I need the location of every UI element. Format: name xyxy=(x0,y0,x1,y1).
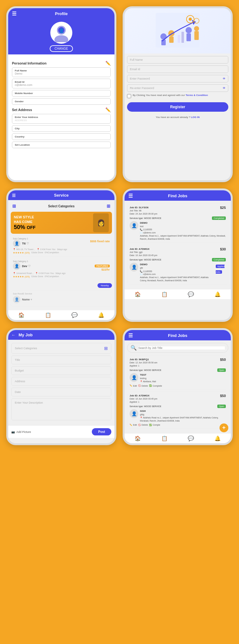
terms-row: By Clicking You have read and agreed wit… xyxy=(127,94,228,98)
nearby-button[interactable]: Nearby xyxy=(97,283,112,288)
search-input[interactable] xyxy=(138,346,225,350)
back-icon[interactable]: ← xyxy=(11,333,15,337)
full-name-field[interactable]: Full Name Demo xyxy=(12,67,111,77)
find-job-id-2: Job ID: A7DMGX xyxy=(130,394,157,397)
address-field-myjob[interactable]: Address xyxy=(11,377,111,386)
find-job-id-1: Job ID: 9KBPQ1 xyxy=(130,358,157,361)
title-field[interactable]: Title xyxy=(11,356,111,364)
find-worker-avatar-2: 👤 xyxy=(130,409,138,418)
change-photo-button[interactable]: CHANGE xyxy=(50,45,73,52)
select-categories-field[interactable]: Select Categories ⊞ xyxy=(11,343,111,354)
add-picture-button[interactable]: 📷 Add Picture xyxy=(11,430,31,434)
edit-btn-1[interactable]: ✏️ Edit xyxy=(130,384,137,387)
find-jobs-1-menu-icon[interactable]: ☰ xyxy=(128,193,133,199)
find-worker-loc-2: 📍 Adalhatu Road no.1 , satyam Apartment … xyxy=(140,416,226,423)
worker-info-2: 👤 DEMO gfe 📞 11185555 ✉️ c@demo.com Adal… xyxy=(130,263,226,282)
mobile-label: Mobile Number xyxy=(15,92,108,95)
login-link[interactable]: LOG IN xyxy=(191,116,200,119)
delete-btn-1[interactable]: 🚫 Delete xyxy=(138,384,148,387)
worker-sub-1: test xyxy=(140,225,226,228)
add-picture-label: Add Picture xyxy=(16,430,31,434)
have-account-text: You have an account already ? xyxy=(156,116,190,119)
mobile-field[interactable]: Mobile Number xyxy=(12,90,111,97)
post-button[interactable]: Post xyxy=(92,428,111,435)
register-form: Full Name Email Id Enter Password 👁 Re-e… xyxy=(125,53,231,121)
delete-btn-2[interactable]: 🚫 Delete xyxy=(138,424,148,426)
subcategory-label-1: Sub Category 1 xyxy=(13,238,110,240)
email-field[interactable]: Email Id c@demo.com xyxy=(12,79,111,88)
fab-add-button[interactable]: + xyxy=(220,423,228,432)
card1-distance: 📍 0 KM From You xyxy=(37,248,55,251)
card3-info: 👤 Name ♥ xyxy=(13,295,110,304)
job-status-2: Completed xyxy=(212,258,226,261)
avatar: 👤 xyxy=(50,22,72,44)
service-menu-icon[interactable]: ☰ xyxy=(12,193,16,198)
bell-nav-fj1[interactable]: 🔔 xyxy=(214,291,221,297)
edit-address-icon[interactable]: ✏️ xyxy=(105,107,111,112)
bell-nav-fj2[interactable]: 🔔 xyxy=(214,435,221,441)
complete-btn-1[interactable]: ✅ Complete xyxy=(149,384,162,387)
reenter-password-input[interactable]: Re-enter Password 👁 xyxy=(127,84,228,92)
job-service-type-1: Services type: WOOD SERVICE xyxy=(130,217,161,219)
location-field[interactable]: Set Location xyxy=(12,142,111,148)
home-nav-fj1[interactable]: 🏠 xyxy=(135,291,141,297)
filter-icon[interactable]: ⊞ xyxy=(12,204,16,209)
service-nav-icon[interactable]: 📋 xyxy=(45,312,51,318)
edit-personal-icon[interactable]: ✏️ xyxy=(105,61,111,66)
address-field[interactable]: Enter Your Address ADDRESS xyxy=(12,114,111,124)
register-button[interactable]: Register xyxy=(127,102,228,112)
action-btns-1: ✏️ Edit 🚫 Delete ✅ Complete xyxy=(130,384,226,387)
job-service-type-1-row: Services type: WOOD SERVICE Completed xyxy=(130,216,226,220)
job-date-1: Date: 24 Jun 2020 05:00 pm xyxy=(130,212,157,216)
set-address-section: Set Address ✏️ xyxy=(12,107,111,112)
location-label: Set Location xyxy=(15,143,108,146)
chat-nav-fj1[interactable]: 💬 xyxy=(188,291,194,297)
title-label: Title xyxy=(15,358,20,361)
jobs-nav-fj2[interactable]: 📋 xyxy=(161,435,168,441)
find-jobs-2-screen: ☰ Find Jobs 🔍 Job ID: 9KBPQ1 Date: 12 Ju… xyxy=(123,328,233,445)
filter2-icon[interactable]: ⊞ xyxy=(104,346,108,351)
find-job-date-2: Date: 10 Jun 2020 03:45 pm xyxy=(130,397,157,400)
eye-icon[interactable]: 👁 xyxy=(223,77,225,80)
register-screen: Full Name Email Id Enter Password 👁 Re-e… xyxy=(123,6,233,182)
my-job-header: ← My Job xyxy=(8,330,114,340)
password-input[interactable]: Enter Password 👁 xyxy=(127,75,228,82)
home-nav-icon[interactable]: 🏠 xyxy=(18,312,25,318)
worker-phone-2: 📞 11185555 xyxy=(140,270,214,273)
description-field[interactable]: Enter Your Description xyxy=(11,398,111,420)
jobs-nav-fj1[interactable]: 📋 xyxy=(161,291,168,297)
job-card-2: Job ID: A7DMGX Job Title: ggh Date: 10 J… xyxy=(127,245,228,284)
find-worker-name-2: GGH xyxy=(140,409,226,413)
date-field[interactable]: Date xyxy=(11,388,111,396)
home-nav-fj2[interactable]: 🏠 xyxy=(135,435,141,441)
terms-checkbox[interactable] xyxy=(127,94,131,98)
city-field[interactable]: City xyxy=(12,125,111,132)
my-job-body: Select Categories ⊞ Title Budget Address… xyxy=(8,340,114,425)
gender-field[interactable]: Gender xyxy=(12,98,111,105)
chat-nav-fj2[interactable]: 💬 xyxy=(188,435,194,441)
job-id-2: Job ID: A7DMGX xyxy=(130,247,157,251)
find-jobs-2-menu-icon[interactable]: ☰ xyxy=(128,332,133,338)
applied-badge[interactable]: Applied Jobs xyxy=(216,265,225,274)
profile-header: ☰ Profile xyxy=(8,8,114,19)
edit-btn-2[interactable]: ✏️ Edit xyxy=(130,424,137,426)
terms-link[interactable]: Terms & Condition xyxy=(186,94,208,97)
fullname-input[interactable]: Full Name xyxy=(127,56,228,64)
country-field[interactable]: Country xyxy=(12,133,111,140)
card2-stats: ★★★★★ (0/5) 0Jobs Done 0%Completion xyxy=(13,275,110,278)
card2-distance: 📍 0 KM From You xyxy=(35,272,54,275)
address-label-myjob: Address xyxy=(15,380,25,383)
full-name-value: Demo xyxy=(15,72,22,75)
search-bar[interactable]: 🔍 xyxy=(127,343,228,353)
email-placeholder: Email Id xyxy=(130,68,140,71)
email-input[interactable]: Email Id xyxy=(127,65,228,73)
bell-nav-icon[interactable]: 🔔 xyxy=(98,312,104,318)
budget-field[interactable]: Budget xyxy=(11,366,111,375)
fullname-placeholder: Full Name xyxy=(130,58,143,61)
complete-btn-2[interactable]: ✅ Comple xyxy=(149,424,160,426)
menu-icon[interactable]: ☰ xyxy=(12,10,16,16)
eye2-icon[interactable]: 👁 xyxy=(223,87,225,90)
card1-completion: 0%Completion xyxy=(45,251,59,254)
grid-icon[interactable]: ⊞ xyxy=(107,204,110,209)
chat-nav-icon[interactable]: 💬 xyxy=(71,312,78,318)
